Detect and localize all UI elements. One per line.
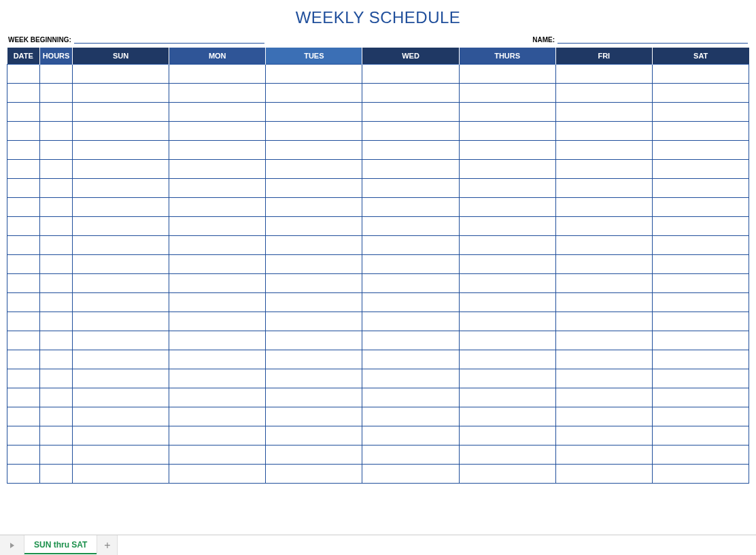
cell-hours[interactable] (40, 350, 73, 369)
cell-wed[interactable] (362, 235, 459, 254)
cell-mon[interactable] (169, 102, 266, 121)
cell-tues[interactable] (266, 83, 362, 102)
cell-sun[interactable] (73, 426, 169, 445)
cell-hours[interactable] (40, 102, 73, 121)
cell-hours[interactable] (40, 64, 73, 83)
cell-wed[interactable] (362, 273, 459, 292)
cell-mon[interactable] (169, 464, 266, 483)
cell-thurs[interactable] (459, 350, 555, 369)
cell-thurs[interactable] (459, 331, 555, 350)
cell-hours[interactable] (40, 83, 73, 102)
cell-tues[interactable] (266, 273, 362, 292)
cell-sun[interactable] (73, 254, 169, 273)
cell-hours[interactable] (40, 464, 73, 483)
cell-fri[interactable] (555, 407, 652, 426)
cell-mon[interactable] (169, 273, 266, 292)
cell-mon[interactable] (169, 159, 266, 178)
add-sheet-button[interactable]: + (97, 535, 118, 555)
cell-mon[interactable] (169, 235, 266, 254)
cell-mon[interactable] (169, 388, 266, 407)
cell-sun[interactable] (73, 388, 169, 407)
cell-fri[interactable] (555, 369, 652, 388)
cell-fri[interactable] (555, 388, 652, 407)
cell-thurs[interactable] (459, 102, 555, 121)
cell-mon[interactable] (169, 254, 266, 273)
cell-mon[interactable] (169, 426, 266, 445)
cell-thurs[interactable] (459, 159, 555, 178)
cell-fri[interactable] (555, 121, 652, 140)
cell-thurs[interactable] (459, 369, 555, 388)
cell-tues[interactable] (266, 388, 362, 407)
cell-sat[interactable] (652, 407, 749, 426)
cell-sat[interactable] (652, 350, 749, 369)
cell-sat[interactable] (652, 426, 749, 445)
cell-wed[interactable] (362, 407, 459, 426)
cell-hours[interactable] (40, 407, 73, 426)
cell-wed[interactable] (362, 464, 459, 483)
cell-hours[interactable] (40, 426, 73, 445)
cell-tues[interactable] (266, 178, 362, 197)
cell-wed[interactable] (362, 254, 459, 273)
cell-date[interactable] (7, 235, 40, 254)
cell-mon[interactable] (169, 140, 266, 159)
cell-date[interactable] (7, 273, 40, 292)
cell-tues[interactable] (266, 235, 362, 254)
cell-tues[interactable] (266, 197, 362, 216)
cell-tues[interactable] (266, 64, 362, 83)
cell-date[interactable] (7, 216, 40, 235)
cell-hours[interactable] (40, 254, 73, 273)
cell-sun[interactable] (73, 407, 169, 426)
cell-sat[interactable] (652, 235, 749, 254)
cell-fri[interactable] (555, 292, 652, 312)
cell-wed[interactable] (362, 369, 459, 388)
cell-tues[interactable] (266, 350, 362, 369)
cell-mon[interactable] (169, 445, 266, 464)
cell-sat[interactable] (652, 464, 749, 483)
cell-hours[interactable] (40, 331, 73, 350)
cell-sun[interactable] (73, 292, 169, 312)
cell-sun[interactable] (73, 159, 169, 178)
cell-fri[interactable] (555, 216, 652, 235)
cell-hours[interactable] (40, 388, 73, 407)
week-beginning-input-line[interactable] (74, 34, 264, 44)
cell-date[interactable] (7, 369, 40, 388)
cell-mon[interactable] (169, 331, 266, 350)
cell-tues[interactable] (266, 216, 362, 235)
cell-wed[interactable] (362, 83, 459, 102)
cell-date[interactable] (7, 388, 40, 407)
cell-sat[interactable] (652, 197, 749, 216)
cell-date[interactable] (7, 178, 40, 197)
cell-sat[interactable] (652, 331, 749, 350)
cell-tues[interactable] (266, 426, 362, 445)
cell-wed[interactable] (362, 121, 459, 140)
cell-tues[interactable] (266, 331, 362, 350)
cell-sun[interactable] (73, 273, 169, 292)
cell-sun[interactable] (73, 369, 169, 388)
cell-tues[interactable] (266, 312, 362, 331)
cell-mon[interactable] (169, 121, 266, 140)
cell-fri[interactable] (555, 102, 652, 121)
cell-mon[interactable] (169, 197, 266, 216)
cell-tues[interactable] (266, 254, 362, 273)
cell-wed[interactable] (362, 292, 459, 312)
cell-date[interactable] (7, 83, 40, 102)
cell-date[interactable] (7, 426, 40, 445)
cell-tues[interactable] (266, 464, 362, 483)
cell-date[interactable] (7, 159, 40, 178)
sheet-tab-sun-thru-sat[interactable]: SUN thru SAT (24, 535, 97, 555)
cell-fri[interactable] (555, 426, 652, 445)
cell-tues[interactable] (266, 369, 362, 388)
cell-sun[interactable] (73, 331, 169, 350)
cell-wed[interactable] (362, 197, 459, 216)
cell-wed[interactable] (362, 426, 459, 445)
cell-sat[interactable] (652, 83, 749, 102)
cell-fri[interactable] (555, 159, 652, 178)
cell-sat[interactable] (652, 140, 749, 159)
cell-sun[interactable] (73, 83, 169, 102)
cell-date[interactable] (7, 292, 40, 312)
cell-sat[interactable] (652, 178, 749, 197)
cell-sun[interactable] (73, 216, 169, 235)
cell-hours[interactable] (40, 235, 73, 254)
cell-thurs[interactable] (459, 216, 555, 235)
cell-thurs[interactable] (459, 83, 555, 102)
